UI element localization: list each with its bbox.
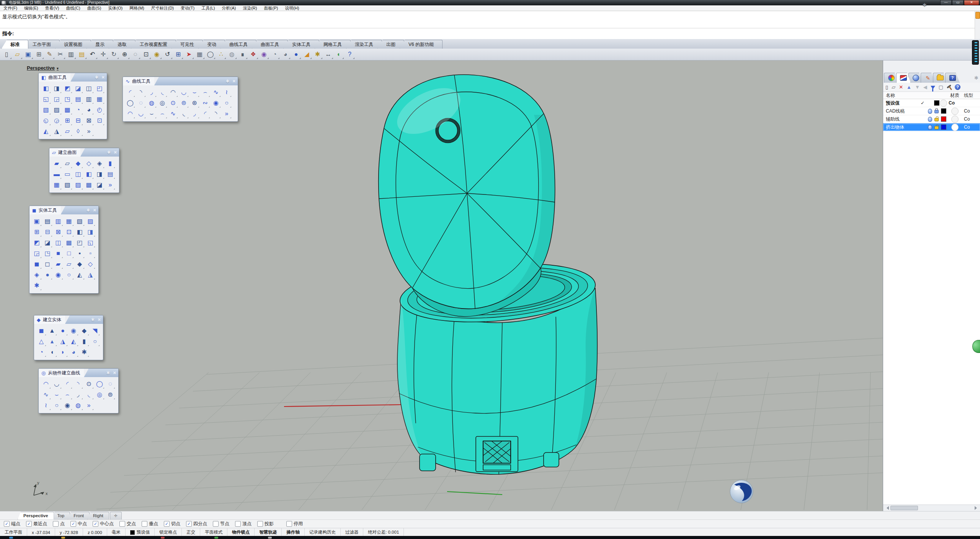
- surface-tool-button[interactable]: ◪: [73, 83, 83, 94]
- menu-item[interactable]: 查看(V): [42, 5, 63, 11]
- osnap-toggle[interactable]: 中心点: [93, 521, 114, 527]
- layer-material-circle[interactable]: [951, 116, 959, 123]
- undo-view-icon[interactable]: ↺: [162, 49, 173, 59]
- curve-tool-button[interactable]: ◯: [125, 98, 136, 108]
- panel-tab-help[interactable]: [945, 73, 960, 83]
- surface-tool-button[interactable]: ◳: [62, 94, 73, 105]
- build-solid-tool-button[interactable]: ◔: [36, 347, 47, 358]
- surface-tool-button[interactable]: ◩: [62, 83, 73, 94]
- surface-tool-button[interactable]: ◱: [41, 94, 51, 105]
- surface-tool-button[interactable]: ◭: [41, 126, 51, 137]
- build-solid-tool-button[interactable]: ◥: [90, 325, 100, 336]
- build-surface-tool-button[interactable]: ◆: [73, 158, 83, 169]
- menu-item[interactable]: 分析(A): [219, 5, 240, 11]
- curve-tool-button[interactable]: ◜: [125, 87, 136, 98]
- layer-row[interactable]: CAD线稿 ✓ Co: [883, 107, 980, 115]
- command-scrollbar[interactable]: [975, 11, 980, 39]
- layer-color-swatch[interactable]: [941, 108, 946, 114]
- viewport-layout-icon[interactable]: ⊞: [173, 49, 183, 59]
- named-view-car-icon[interactable]: ➤: [184, 49, 194, 59]
- palette-gear-icon[interactable]: ✱: [86, 207, 90, 213]
- solid-tool-button[interactable]: ◩: [31, 237, 42, 248]
- layer-color-swatch[interactable]: [934, 100, 939, 106]
- ribbon-tab[interactable]: 设置视图: [55, 40, 91, 49]
- surface-tool-button[interactable]: ◵: [41, 115, 51, 126]
- curve-tool-button[interactable]: ◡: [136, 108, 146, 119]
- solid-tool-button[interactable]: ◲: [31, 248, 42, 259]
- layer-lock-icon[interactable]: [934, 118, 939, 121]
- menu-item[interactable]: 曲面(S): [84, 5, 105, 11]
- curves-from-objects-tool-button[interactable]: ◜: [62, 379, 73, 389]
- new-layer-icon[interactable]: ▯: [885, 83, 888, 91]
- build-surface-tool-button[interactable]: ▧: [62, 180, 73, 190]
- checkbox-icon[interactable]: [213, 521, 219, 527]
- menu-item[interactable]: 尺寸标注(D): [148, 5, 177, 11]
- surface-tool-button[interactable]: ◮: [51, 126, 62, 137]
- solid-tool-button[interactable]: ◼: [31, 259, 42, 270]
- curves-from-objects-tool-button[interactable]: ◍: [73, 400, 83, 411]
- delete-layer-icon[interactable]: ✕: [899, 83, 903, 91]
- surface-tool-button[interactable]: ▤: [73, 94, 83, 105]
- curve-tool-button[interactable]: ⊙: [168, 98, 178, 108]
- scroll-left-arrow-icon[interactable]: [885, 506, 889, 510]
- checkbox-icon[interactable]: [26, 521, 32, 527]
- cooker-latch[interactable]: [476, 436, 518, 472]
- layer-visibility-bulb-icon[interactable]: [928, 125, 932, 130]
- curve-tool-button[interactable]: ◞: [146, 87, 157, 98]
- palette-close-icon[interactable]: ×: [93, 208, 96, 212]
- move-up-icon[interactable]: ▲: [906, 83, 911, 91]
- curves-from-objects-tool-button[interactable]: »: [83, 400, 94, 411]
- zoom-in-icon[interactable]: ⊕: [119, 49, 130, 59]
- menu-item[interactable]: 变动(T): [177, 5, 198, 11]
- surface-tool-button[interactable]: ◶: [51, 115, 62, 126]
- build-surface-tool-button[interactable]: ◪: [94, 180, 105, 190]
- viewport-tab[interactable]: Front: [68, 512, 90, 519]
- solid-tool-button[interactable]: ◻: [42, 259, 53, 270]
- surface-tool-button[interactable]: ▱: [62, 126, 73, 137]
- panel-gear-icon[interactable]: ✱: [974, 75, 978, 81]
- solid-tool-button[interactable]: ◨: [85, 227, 96, 237]
- curve-tool-button[interactable]: ◞: [189, 108, 200, 119]
- solid-tool-button[interactable]: ◱: [85, 237, 96, 248]
- move-left-icon[interactable]: ◀: [923, 83, 927, 91]
- status-cell[interactable]: 绝对公差: 0.001: [363, 528, 404, 536]
- palette-gear-icon[interactable]: ✱: [95, 75, 98, 80]
- menu-item[interactable]: 渲染(R): [239, 5, 260, 11]
- solid-tool-button[interactable]: ▤: [42, 216, 53, 227]
- curve-tool-button[interactable]: ◉: [211, 98, 221, 108]
- build-solid-tool-button[interactable]: ●: [57, 325, 68, 336]
- ribbon-tab[interactable]: 网格工具: [315, 40, 351, 49]
- ribbon-tab[interactable]: 曲线工具: [220, 40, 256, 49]
- rendered-view-icon[interactable]: ●: [291, 49, 301, 59]
- checkbox-icon[interactable]: [93, 521, 98, 527]
- build-solid-tool-button[interactable]: ✱: [79, 347, 90, 358]
- osnap-toggle[interactable]: 最近点: [26, 521, 47, 527]
- osnap-toggle[interactable]: 四分点: [186, 521, 207, 527]
- tools-hammer-icon[interactable]: [947, 84, 951, 88]
- rotate-view-icon[interactable]: ↻: [109, 49, 119, 59]
- build-solid-tool-button[interactable]: ◖: [47, 347, 57, 358]
- cut-icon[interactable]: ✂: [55, 49, 65, 59]
- checkbox-icon[interactable]: [164, 521, 170, 527]
- print-icon[interactable]: ⊞: [34, 49, 44, 59]
- surface-tool-button[interactable]: ⊞: [62, 115, 73, 126]
- spotlight-icon[interactable]: ◢: [302, 49, 312, 59]
- viewport-label[interactable]: Perspective: [27, 65, 59, 71]
- curve-tool-button[interactable]: ◠: [125, 108, 136, 119]
- curve-tool-button[interactable]: ∾: [200, 98, 211, 108]
- curve-tool-button[interactable]: »: [221, 108, 232, 119]
- point-objects-icon[interactable]: ∴: [216, 49, 226, 59]
- surface-tool-button[interactable]: ▦: [94, 94, 105, 105]
- maximize-button[interactable]: ▭: [952, 0, 964, 5]
- curves-from-objects-tool-button[interactable]: ⌣: [51, 389, 62, 400]
- build-solid-tool-button[interactable]: ◮: [57, 336, 68, 347]
- move-down-icon[interactable]: ▼: [915, 83, 920, 91]
- filter-icon[interactable]: [931, 86, 935, 91]
- solid-tool-button[interactable]: ◪: [42, 237, 53, 248]
- options-gears-icon[interactable]: ✱: [312, 49, 323, 59]
- osnap-toggle[interactable]: 切点: [164, 521, 180, 527]
- surface-tool-button[interactable]: ▧: [41, 105, 51, 115]
- status-cell[interactable]: 智慧轨迹: [255, 528, 282, 536]
- surface-tool-button[interactable]: ▥: [83, 94, 94, 105]
- new-viewport-tab-icon[interactable]: [110, 512, 122, 519]
